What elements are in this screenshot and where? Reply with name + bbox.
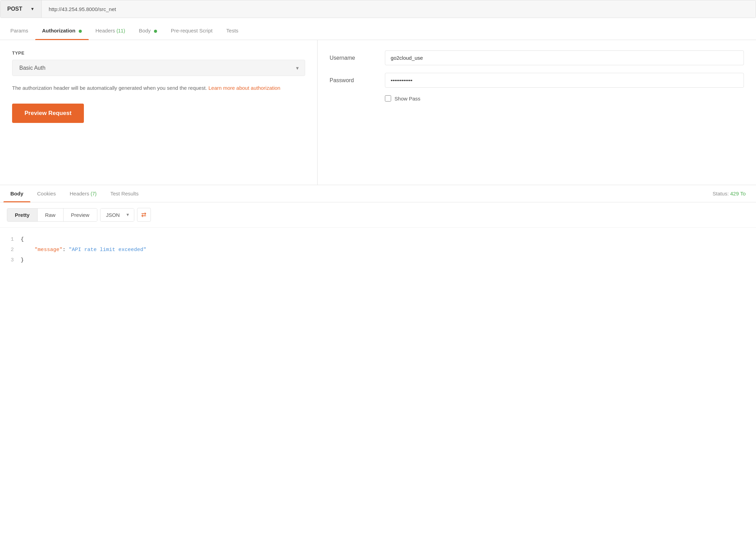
url-bar: POST ▼ — [0, 0, 756, 18]
method-selector[interactable]: POST ▼ — [0, 0, 42, 18]
tab-authorization[interactable]: Authorization — [35, 21, 89, 40]
password-row: Password — [330, 73, 744, 88]
method-chevron-icon: ▼ — [30, 7, 35, 11]
tab-headers[interactable]: Headers (11) — [89, 21, 132, 40]
headers-count: (11) — [116, 28, 125, 33]
username-input[interactable] — [385, 50, 744, 65]
json-brace-open: { — [21, 234, 756, 245]
json-line-2: 2 "message": "API rate limit exceeded" — [0, 245, 756, 255]
status-text: Status: 429 To — [713, 191, 753, 196]
preview-request-button[interactable]: Preview Request — [12, 104, 84, 123]
json-brace-close: } — [21, 255, 756, 266]
json-content-2: "message": "API rate limit exceeded" — [21, 245, 756, 255]
show-password-checkbox[interactable] — [385, 95, 391, 102]
response-tabs-left: Body Cookies Headers (7) Test Results — [3, 185, 145, 202]
response-headers-count: (7) — [91, 191, 97, 196]
json-line-1: 1 { — [0, 234, 756, 245]
auth-type-select-wrapper: No Auth API Key Bearer Token Basic Auth … — [12, 60, 305, 76]
response-tab-test-results[interactable]: Test Results — [104, 185, 146, 202]
format-select[interactable]: JSON XML HTML Text — [100, 209, 134, 221]
format-select-wrapper: JSON XML HTML Text — [100, 208, 134, 222]
line-num-1: 1 — [0, 234, 21, 245]
password-label: Password — [330, 77, 385, 84]
body-toolbar: Pretty Raw Preview JSON XML HTML Text ⇄ — [0, 202, 756, 228]
auth-description: The authorization header will be automat… — [12, 84, 305, 93]
auth-left: TYPE No Auth API Key Bearer Token Basic … — [0, 40, 318, 185]
view-raw-button[interactable]: Raw — [38, 209, 64, 221]
response-tab-body[interactable]: Body — [3, 185, 30, 202]
line-num-2: 2 — [0, 245, 21, 255]
response-tab-cookies[interactable]: Cookies — [30, 185, 63, 202]
learn-more-link[interactable]: Learn more about authorization — [209, 85, 281, 91]
tab-params[interactable]: Params — [3, 21, 35, 40]
json-line-3: 3 } — [0, 255, 756, 266]
auth-panel: TYPE No Auth API Key Bearer Token Basic … — [0, 40, 756, 185]
show-password-row: Show Pass — [385, 95, 744, 102]
tab-pre-request-script[interactable]: Pre-request Script — [164, 21, 220, 40]
wrap-button[interactable]: ⇄ — [137, 208, 151, 222]
response-tab-headers[interactable]: Headers (7) — [63, 185, 104, 202]
username-label: Username — [330, 55, 385, 61]
authorization-dot — [79, 30, 82, 33]
json-viewer: 1 { 2 "message": "API rate limit exceede… — [0, 228, 756, 272]
method-label: POST — [7, 6, 22, 12]
tab-body[interactable]: Body — [132, 21, 164, 40]
view-preview-button[interactable]: Preview — [64, 209, 97, 221]
auth-type-select[interactable]: No Auth API Key Bearer Token Basic Auth … — [12, 60, 305, 76]
request-tabs: Params Authorization Headers (11) Body P… — [0, 21, 756, 40]
show-password-label: Show Pass — [395, 96, 420, 102]
url-input[interactable] — [42, 6, 756, 12]
auth-right: Username Password Show Pass — [318, 40, 756, 185]
username-row: Username — [330, 50, 744, 65]
body-dot — [154, 30, 157, 33]
view-btn-group: Pretty Raw Preview — [7, 208, 97, 222]
line-num-3: 3 — [0, 255, 21, 266]
tab-tests[interactable]: Tests — [220, 21, 245, 40]
status-code: 429 To — [730, 191, 746, 196]
wrap-icon: ⇄ — [141, 211, 146, 219]
response-tabs: Body Cookies Headers (7) Test Results St… — [0, 185, 756, 202]
type-label: TYPE — [12, 50, 305, 56]
password-input[interactable] — [385, 73, 744, 88]
view-pretty-button[interactable]: Pretty — [7, 209, 38, 221]
